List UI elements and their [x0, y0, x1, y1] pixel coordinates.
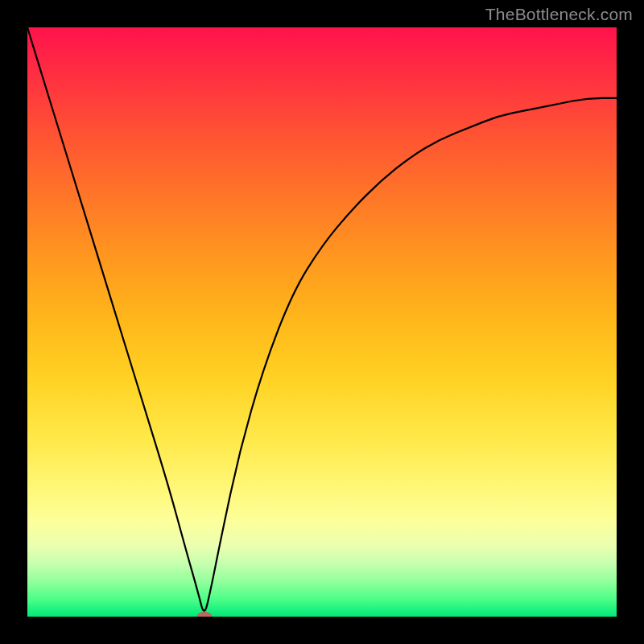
plot-area: [27, 27, 617, 617]
optimum-marker: [197, 612, 212, 617]
chart-frame: TheBottleneck.com: [0, 0, 644, 644]
curve-layer: [27, 27, 617, 617]
bottleneck-curve: [27, 27, 617, 611]
watermark-text: TheBottleneck.com: [485, 5, 633, 24]
